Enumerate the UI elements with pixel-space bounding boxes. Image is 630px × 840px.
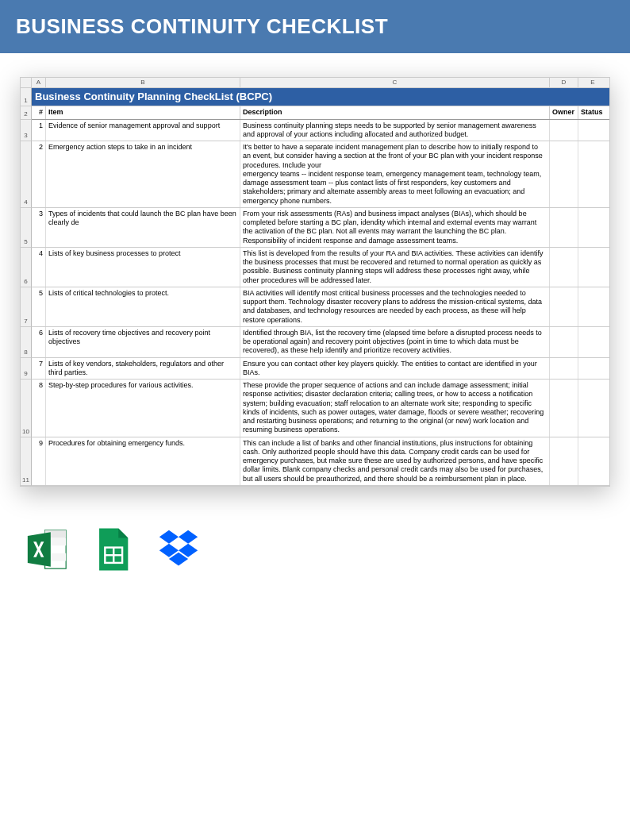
banner-title: BUSINESS CONTINUITY CHECKLIST (16, 14, 388, 38)
cell-description[interactable]: Ensure you can contact other key players… (240, 358, 550, 380)
cell-item[interactable]: Procedures for obtaining emergency funds… (46, 437, 240, 485)
row-number[interactable]: 4 (21, 141, 32, 208)
cell-number[interactable]: 9 (32, 437, 46, 485)
header-row: # Item Description Owner Status (32, 106, 609, 119)
table-row: 53Types of incidents that could launch t… (21, 208, 609, 248)
row-number[interactable]: 11 (21, 437, 32, 486)
table-row: 97Lists of key vendors, stakeholders, re… (21, 358, 609, 380)
row-number[interactable]: 9 (21, 358, 32, 380)
spreadsheet: A B C D E 1 Business Continuity Planning… (20, 77, 610, 487)
page-banner: BUSINESS CONTINUITY CHECKLIST (0, 0, 630, 53)
cell-item[interactable]: Emergency action steps to take in an inc… (46, 141, 240, 207)
col-letter-c[interactable]: C (240, 78, 550, 87)
table-row: 42Emergency action steps to take in an i… (21, 141, 609, 208)
header-item[interactable]: Item (46, 106, 240, 118)
column-letter-row: A B C D E (21, 78, 609, 88)
cell-description[interactable]: It's better to have a separate incident … (240, 141, 550, 207)
cell-description[interactable]: This can include a list of banks and oth… (240, 437, 550, 485)
spreadsheet-container: A B C D E 1 Business Continuity Planning… (0, 53, 630, 503)
cell-owner[interactable] (550, 327, 578, 357)
header-hash[interactable]: # (32, 106, 46, 118)
cell-status[interactable] (578, 208, 607, 247)
data-rows: 31Evidence of senior management approval… (21, 120, 609, 486)
cell-item[interactable]: Lists of key business processes to prote… (46, 248, 240, 287)
sheet-title[interactable]: Business Continuity Planning CheckList (… (32, 88, 609, 106)
cell-number[interactable]: 8 (32, 380, 46, 437)
cell-owner[interactable] (550, 141, 578, 207)
cell-number[interactable]: 1 (32, 120, 46, 141)
table-row: 108Step-by-step procedures for various a… (21, 380, 609, 437)
cell-description[interactable]: Identified through BIA, list the recover… (240, 327, 550, 357)
data-row: 8Step-by-step procedures for various act… (32, 380, 609, 437)
cell-status[interactable] (578, 141, 607, 207)
cell-item[interactable]: Evidence of senior management approval a… (46, 120, 240, 141)
excel-icon[interactable] (24, 526, 70, 572)
cell-status[interactable] (578, 287, 607, 326)
data-row: 9Procedures for obtaining emergency fund… (32, 437, 609, 486)
cell-description[interactable]: BIA activities will identify most critic… (240, 287, 550, 326)
row-number[interactable]: 2 (21, 106, 32, 119)
col-letter-a[interactable]: A (32, 78, 46, 87)
cell-number[interactable]: 4 (32, 248, 46, 287)
row-number[interactable]: 1 (21, 88, 32, 106)
data-row: 7Lists of key vendors, stakeholders, reg… (32, 358, 609, 380)
cell-number[interactable]: 6 (32, 327, 46, 357)
cell-description[interactable]: These provide the proper sequence of act… (240, 380, 550, 437)
data-row: 4Lists of key business processes to prot… (32, 248, 609, 287)
cell-description[interactable]: Business continuity planning steps needs… (240, 120, 550, 141)
header-owner[interactable]: Owner (550, 106, 578, 118)
table-row: 64Lists of key business processes to pro… (21, 248, 609, 287)
table-row: 75Lists of critical technologies to prot… (21, 287, 609, 327)
cell-item[interactable]: Lists of critical technologies to protec… (46, 287, 240, 326)
header-row-wrap: 2 # Item Description Owner Status (21, 106, 609, 119)
row-number[interactable]: 5 (21, 208, 32, 248)
cell-item[interactable]: Lists of key vendors, stakeholders, regu… (46, 358, 240, 380)
google-sheets-icon[interactable] (90, 526, 136, 572)
col-letter-e[interactable]: E (578, 78, 607, 87)
data-row: 1Evidence of senior management approval … (32, 120, 609, 142)
row-number[interactable]: 7 (21, 287, 32, 327)
cell-item[interactable]: Types of incidents that could launch the… (46, 208, 240, 247)
corner-cell[interactable] (21, 78, 32, 87)
cell-owner[interactable] (550, 358, 578, 380)
cell-description[interactable]: From your risk assessments (RAs) and bus… (240, 208, 550, 247)
cell-number[interactable]: 2 (32, 141, 46, 207)
data-row: 6Lists of recovery time objectives and r… (32, 327, 609, 358)
cell-owner[interactable] (550, 380, 578, 437)
header-desc[interactable]: Description (240, 106, 550, 118)
cell-owner[interactable] (550, 120, 578, 141)
cell-owner[interactable] (550, 287, 578, 326)
cell-description[interactable]: This list is developed from the results … (240, 248, 550, 287)
row-number[interactable]: 8 (21, 327, 32, 358)
cell-status[interactable] (578, 437, 607, 485)
row-number[interactable]: 3 (21, 120, 32, 142)
cell-item[interactable]: Step-by-step procedures for various acti… (46, 380, 240, 437)
table-row: 31Evidence of senior management approval… (21, 120, 609, 142)
dropbox-icon[interactable] (156, 526, 202, 572)
table-row: 86Lists of recovery time objectives and … (21, 327, 609, 358)
cell-owner[interactable] (550, 248, 578, 287)
cell-number[interactable]: 3 (32, 208, 46, 247)
title-row-wrap: 1 Business Continuity Planning CheckList… (21, 88, 609, 106)
data-row: 3Types of incidents that could launch th… (32, 208, 609, 248)
cell-number[interactable]: 7 (32, 358, 46, 380)
data-row: 2Emergency action steps to take in an in… (32, 141, 609, 208)
cell-owner[interactable] (550, 208, 578, 247)
cell-number[interactable]: 5 (32, 287, 46, 326)
cell-status[interactable] (578, 327, 607, 357)
col-letter-d[interactable]: D (550, 78, 578, 87)
cell-status[interactable] (578, 380, 607, 437)
cell-item[interactable]: Lists of recovery time objectives and re… (46, 327, 240, 357)
cell-status[interactable] (578, 248, 607, 287)
row-number[interactable]: 6 (21, 248, 32, 287)
download-icons (0, 503, 630, 604)
data-row: 5Lists of critical technologies to prote… (32, 287, 609, 327)
col-letter-b[interactable]: B (46, 78, 240, 87)
cell-owner[interactable] (550, 437, 578, 485)
cell-status[interactable] (578, 120, 607, 141)
header-status[interactable]: Status (578, 106, 607, 118)
row-number[interactable]: 10 (21, 380, 32, 437)
table-row: 119Procedures for obtaining emergency fu… (21, 437, 609, 486)
cell-status[interactable] (578, 358, 607, 380)
